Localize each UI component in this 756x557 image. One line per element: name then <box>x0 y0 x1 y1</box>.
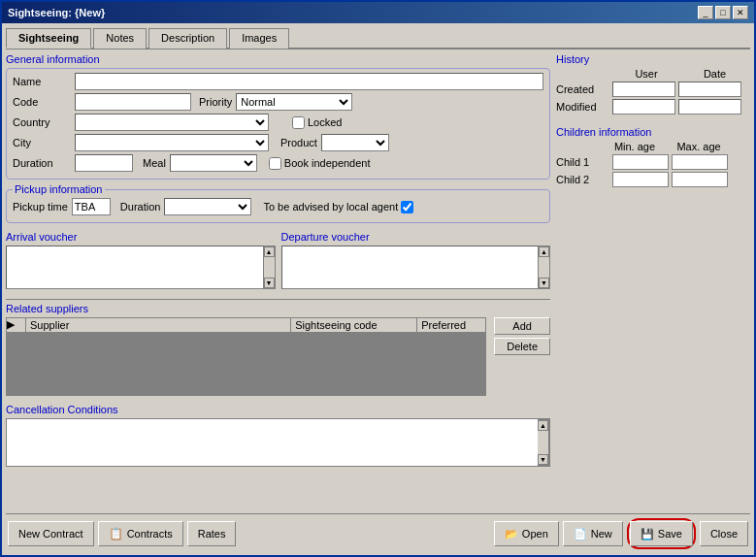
window-title: Sightseeing: {New} <box>8 7 105 18</box>
min-age-col: Min. age <box>605 141 665 152</box>
departure-scroll-down[interactable]: ▼ <box>539 278 549 288</box>
history-label: History <box>556 53 750 65</box>
pickup-time-input[interactable] <box>72 198 111 215</box>
product-label: Product <box>280 137 317 148</box>
name-label: Name <box>13 76 71 87</box>
book-independent-label: Book independent <box>284 157 371 169</box>
history-date-col: Date <box>683 68 746 80</box>
new-contract-button[interactable]: New Contract <box>8 521 94 546</box>
pickup-time-label: Pickup time <box>13 201 68 213</box>
tab-images[interactable]: Images <box>229 28 289 49</box>
code-priority-row: Code Priority Normal <box>13 93 543 111</box>
suppliers-wrap: ▶ Supplier Sightseeing code Preferred Ad… <box>6 317 550 396</box>
title-bar: Sightseeing: {New} _ □ ✕ <box>2 2 754 23</box>
departure-voucher-wrap: ▲ ▼ <box>281 246 551 289</box>
history-user-col: User <box>612 68 680 80</box>
child1-min-age-input[interactable] <box>612 154 669 170</box>
rates-button[interactable]: Rates <box>187 521 237 546</box>
save-icon: 💾 <box>641 528 654 541</box>
tab-description[interactable]: Description <box>148 28 227 49</box>
general-info-group: Name Code Priority Normal <box>6 68 550 180</box>
duration-label: Duration <box>13 157 71 169</box>
cancellation-textarea[interactable] <box>7 419 538 466</box>
child1-label: Child 1 <box>556 156 609 168</box>
suppliers-header: ▶ Supplier Sightseeing code Preferred <box>6 317 486 333</box>
bottom-bar: New Contract 📋 Contracts Rates 📂 Open 📄 … <box>6 513 750 551</box>
priority-select[interactable]: Normal <box>236 93 352 111</box>
history-created-row: Created <box>556 82 750 97</box>
city-select[interactable] <box>75 134 269 151</box>
pickup-row: Pickup time Duration To be advised by lo… <box>13 198 543 215</box>
child2-label: Child 2 <box>556 174 609 185</box>
related-suppliers-section: Related suppliers ▶ Supplier Sightseeing… <box>6 299 550 396</box>
city-product-row: City Product <box>13 134 543 151</box>
product-select[interactable] <box>321 134 389 151</box>
add-supplier-button[interactable]: Add <box>494 317 550 335</box>
child2-max-age-input[interactable] <box>672 172 728 187</box>
cancellation-textarea-wrap: ▲ ▼ <box>6 418 550 467</box>
maximize-button[interactable]: □ <box>715 6 731 19</box>
name-row: Name <box>13 73 543 90</box>
child2-min-age-input[interactable] <box>612 172 669 187</box>
new-button[interactable]: 📄 New <box>563 521 623 546</box>
save-button[interactable]: 💾 Save <box>630 521 693 546</box>
pickup-duration-select[interactable] <box>164 198 251 215</box>
code-input[interactable] <box>75 93 191 111</box>
code-label: Code <box>13 96 71 108</box>
cancellation-scroll-down[interactable]: ▼ <box>538 454 548 465</box>
save-button-wrap: 💾 Save <box>627 518 696 549</box>
general-info-section: General information Name Code Priority <box>6 53 550 180</box>
book-independent-checkbox[interactable] <box>269 157 281 170</box>
close-button[interactable]: Close <box>700 521 748 546</box>
cancellation-section: Cancellation Conditions ▲ ▼ <box>6 404 550 467</box>
preferred-col-header: Preferred <box>417 318 485 332</box>
child1-max-age-input[interactable] <box>672 154 728 170</box>
new-doc-icon: 📄 <box>574 528 587 541</box>
open-label: Open <box>522 528 548 540</box>
country-label: Country <box>13 116 71 128</box>
departure-voucher-textarea[interactable] <box>281 246 540 289</box>
new-label: New <box>591 528 612 540</box>
modified-user-cell <box>612 99 675 115</box>
right-panel: History User Date Created Modified <box>556 53 750 509</box>
created-label: Created <box>556 83 609 95</box>
close-button[interactable]: ✕ <box>733 6 748 19</box>
code-col-header: Sightseeing code <box>291 318 417 332</box>
arrival-voucher-textarea[interactable] <box>6 246 264 289</box>
children-info-label: Children information <box>556 126 750 138</box>
history-header: User Date <box>556 68 750 80</box>
minimize-button[interactable]: _ <box>698 6 713 19</box>
tab-notes[interactable]: Notes <box>93 28 147 49</box>
country-locked-row: Country Locked <box>13 114 543 131</box>
arrival-voucher-label: Arrival voucher <box>6 231 276 243</box>
sort-col: ▶ <box>7 318 26 332</box>
left-panel: General information Name Code Priority <box>6 53 550 509</box>
name-input[interactable] <box>75 73 543 90</box>
children-info-section: Children information Min. age Max. age C… <box>556 126 750 189</box>
advised-checkbox[interactable] <box>401 201 413 213</box>
country-select[interactable] <box>75 114 269 131</box>
duration-row: Duration Meal Book independent <box>13 154 543 172</box>
meal-label: Meal <box>143 157 166 169</box>
tab-sightseeing[interactable]: Sightseeing <box>6 28 91 49</box>
arrival-scroll-down[interactable]: ▼ <box>264 278 275 288</box>
delete-supplier-button[interactable]: Delete <box>494 338 550 355</box>
title-bar-buttons: _ □ ✕ <box>698 6 748 19</box>
created-user-cell <box>612 82 675 97</box>
locked-checkbox[interactable] <box>292 116 305 129</box>
departure-scroll-up[interactable]: ▲ <box>539 246 549 257</box>
modified-label: Modified <box>556 101 609 113</box>
arrival-scroll-up[interactable]: ▲ <box>264 246 275 257</box>
duration-input[interactable] <box>75 154 133 172</box>
contracts-button[interactable]: 📋 Contracts <box>98 521 183 546</box>
pickup-duration-label: Duration <box>120 201 161 213</box>
cancellation-scroll-up[interactable]: ▲ <box>538 420 548 431</box>
departure-voucher-box: Departure voucher ▲ ▼ <box>281 231 551 289</box>
window-body: Sightseeing Notes Description Images Gen… <box>2 23 754 555</box>
arrival-voucher-wrap: ▲ ▼ <box>6 246 276 289</box>
open-button[interactable]: 📂 Open <box>494 521 559 546</box>
meal-select[interactable] <box>170 154 257 172</box>
open-icon: 📂 <box>505 528 518 541</box>
add-delete-buttons: Add Delete <box>494 317 550 396</box>
suppliers-body <box>6 333 486 396</box>
